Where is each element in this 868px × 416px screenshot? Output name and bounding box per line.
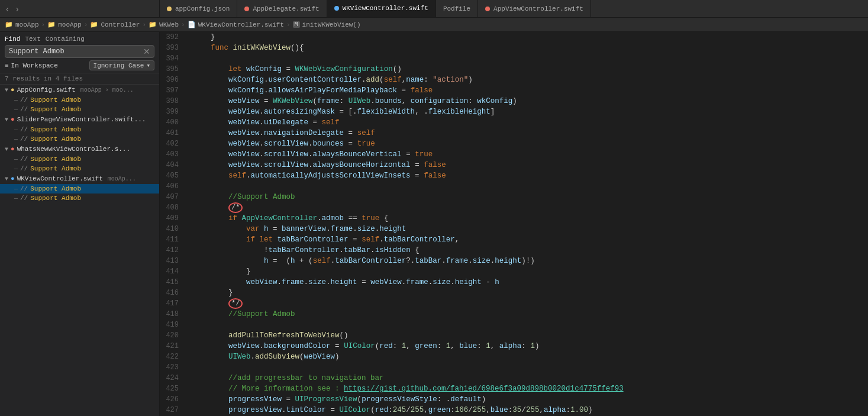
code-area[interactable]: 392 393 394 395 396 397 398 399 400 401 … — [160, 32, 868, 416]
ln-426: 426 — [160, 394, 183, 405]
ln-406: 406 — [160, 181, 183, 192]
file-name-slider: SliderPageViewController.swift... — [17, 116, 146, 123]
code-line-427: progressView.tintColor = UIColor(red:245… — [193, 405, 868, 415]
code-line-400: webView.uiDelegate = self — [193, 117, 868, 128]
circle-end-annotation: */ — [228, 298, 243, 309]
find-options-row: Find Text Containing — [5, 36, 154, 43]
ln-396: 396 — [160, 75, 183, 85]
match-item-slider-1[interactable]: — //Support Admob — [0, 125, 159, 134]
breadcrumb-file: WKViewController.swift — [198, 21, 284, 28]
tab-appdelegate-label: AppDelegate.swift — [253, 5, 319, 12]
file-header-appconfig[interactable]: ▼ ● AppConfig.swift mooApp › moo... — [0, 85, 159, 95]
match-icon-1: — — [14, 97, 18, 104]
ln-397: 397 — [160, 85, 183, 96]
match-item-wkvc-1[interactable]: — //Support Admob — [0, 184, 159, 194]
code-line-401: webView.navigationDelegate = self — [193, 128, 868, 138]
file-group-whatsnew: ▼ ● WhatsNewWKViewController.s... — //Su… — [0, 144, 159, 173]
file-header-whatsnew[interactable]: ▼ ● WhatsNewWKViewController.s... — [0, 144, 159, 154]
search-input[interactable] — [9, 47, 141, 56]
ln-405: 405 — [160, 170, 183, 181]
ln-407: 407 — [160, 192, 183, 202]
file-name-appconfig: AppConfig.swift — [17, 86, 76, 93]
match-item-wkvc-2[interactable]: — //Support Admob — [0, 194, 159, 203]
ln-421: 421 — [160, 341, 183, 351]
scope-options-dropdown[interactable]: Ignoring Case ▾ — [89, 60, 154, 70]
chevron-down-icon: ▾ — [146, 62, 150, 69]
ln-403: 403 — [160, 149, 183, 160]
code-editor: 392 393 394 395 396 397 398 399 400 401 … — [160, 32, 868, 416]
circle-start-annotation: /* — [228, 202, 243, 213]
breadcrumb-controller: Controller — [101, 21, 140, 28]
code-line-398: webView = WKWebView(frame: UIWeb.bounds,… — [193, 96, 868, 107]
code-line-397: wkConfig.allowsAirPlayForMediaPlayback =… — [193, 85, 868, 96]
file-path-appconfig: mooApp › moo... — [80, 87, 134, 93]
code-line-405: self.automaticallyAdjustsScrollViewInset… — [193, 170, 868, 181]
code-line-392: } — [193, 32, 868, 43]
find-option-find[interactable]: Find — [5, 36, 20, 43]
code-line-418: //Support Admob — [193, 309, 868, 320]
match-icon-s1: — — [14, 127, 18, 133]
match-icon-w2: — — [14, 166, 18, 172]
code-line-416: } — [193, 288, 868, 298]
find-option-text[interactable]: Text — [25, 36, 40, 43]
ln-417: 417 — [160, 298, 183, 309]
code-line-424: //add progressbar to navigation bar — [193, 373, 868, 383]
code-line-415: webView.frame.size.height = webView.fram… — [193, 277, 868, 288]
code-line-395: let wkConfig = WKWebViewConfiguration() — [193, 64, 868, 75]
match-item-appconfig-1[interactable]: — //Support Admob — [0, 95, 159, 105]
match-text-slider-1: // — [20, 126, 28, 133]
tab-appviewcontroller[interactable]: AppViewController.swift — [478, 0, 591, 17]
tab-appconfig[interactable]: appConfig.json — [160, 0, 237, 17]
ln-393: 393 — [160, 43, 183, 53]
breadcrumb-sep1: › — [41, 21, 46, 28]
file-header-slider[interactable]: ▼ ● SliderPageViewController.swift... — [0, 114, 159, 125]
code-line-408: /* — [193, 202, 868, 213]
clear-search-button[interactable]: ✕ — [143, 47, 150, 56]
file-path-wkvc: mooAp... — [108, 176, 136, 182]
main-layout: Find Text Containing ✕ ≡ In Workspace Ig… — [0, 32, 868, 416]
tab-appdelegate[interactable]: AppDelegate.swift — [237, 0, 327, 17]
search-input-wrap[interactable]: ✕ — [5, 45, 154, 58]
ln-420: 420 — [160, 330, 183, 341]
chevron-icon-whatsnew: ▼ — [5, 146, 8, 153]
nav-forward-button[interactable]: › — [14, 3, 21, 15]
url-link[interactable]: https://gist.github.com/fahied/698e6f3a0… — [344, 385, 624, 393]
ln-416: 416 — [160, 288, 183, 298]
tabs-container: appConfig.json AppDelegate.swift WKViewC… — [160, 0, 868, 17]
match-text-wkvc-2: // — [20, 195, 28, 202]
code-line-399: webView.autoresizingMask = [.flexibleWid… — [193, 107, 868, 117]
ln-413: 413 — [160, 256, 183, 266]
breadcrumb-sep4: › — [181, 21, 185, 28]
tab-dot-appviewcontroller — [485, 7, 490, 11]
code-line-410: var h = bannerView.frame.size.height — [193, 224, 868, 234]
file-header-wkvc[interactable]: ▼ ● WKViewController.swift mooAp... — [0, 173, 159, 184]
ln-412: 412 — [160, 245, 183, 256]
code-line-396: wkConfig.userContentController.add(self,… — [193, 75, 868, 85]
match-item-appconfig-2[interactable]: — //Support Admob — [0, 105, 159, 114]
match-item-whatsnew-2[interactable]: — //Support Admob — [0, 164, 159, 173]
nav-back-button[interactable]: ‹ — [4, 3, 11, 15]
scope-icon: ≡ — [5, 62, 9, 69]
tab-wkviewcontroller[interactable]: WKViewController.swift — [327, 0, 436, 17]
match-item-slider-2[interactable]: — //Support Admob — [0, 134, 159, 144]
tab-podfile[interactable]: Podfile — [436, 0, 478, 17]
code-line-425: // More information see : https://gist.g… — [193, 383, 868, 394]
match-item-whatsnew-1[interactable]: — //Support Admob — [0, 154, 159, 164]
file-name-wkvc: WKViewController.swift — [17, 175, 103, 182]
find-option-containing[interactable]: Containing — [46, 36, 85, 43]
code-line-394 — [193, 53, 868, 64]
breadcrumb-sep5: › — [286, 21, 291, 28]
ln-422: 422 — [160, 351, 183, 362]
tab-dot-swift-red — [244, 7, 249, 11]
file-group-slider: ▼ ● SliderPageViewController.swift... — … — [0, 114, 159, 144]
ln-418: 418 — [160, 309, 183, 320]
folder-icon-2: 📁 — [47, 21, 56, 28]
file-dot-wkvc: ● — [11, 175, 15, 182]
tab-appconfig-label: appConfig.json — [175, 5, 230, 12]
match-text-slider-2: // — [20, 136, 28, 143]
ln-399: 399 — [160, 107, 183, 117]
tab-podfile-label: Podfile — [443, 5, 470, 12]
breadcrumb-method: initWKWebView() — [302, 21, 361, 28]
code-line-403: webView.scrollView.alwaysBounceVertical … — [193, 149, 868, 160]
line-numbers: 392 393 394 395 396 397 398 399 400 401 … — [160, 32, 188, 416]
